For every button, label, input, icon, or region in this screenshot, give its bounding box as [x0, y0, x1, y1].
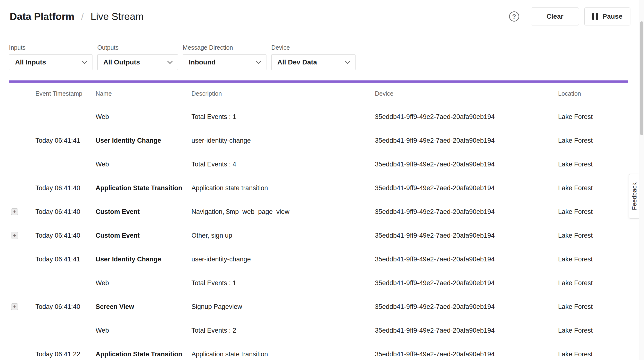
expand-cell: +: [9, 327, 36, 334]
event-device-cell: 35eddb41-9ff9-49e2-7aed-20afa90eb194: [375, 161, 558, 168]
table-header-row: Event Timestamp Name Description Device …: [9, 83, 628, 105]
event-timestamp-cell: Today 06:41:40: [36, 232, 96, 239]
column-header-description: Description: [192, 90, 375, 97]
table-row[interactable]: + Today 06:41:22 Application State Trans…: [9, 342, 628, 360]
event-timestamp-cell: Today 06:41:40: [36, 184, 96, 192]
event-location-cell: Lake Forest: [558, 232, 619, 239]
event-location-cell: Lake Forest: [558, 279, 619, 287]
scrollbar-thumb[interactable]: [640, 21, 643, 135]
expand-row-button[interactable]: +: [11, 303, 18, 310]
table-row[interactable]: + Today 06:41:40 Custom Event Navigation…: [9, 200, 628, 224]
pause-button-label: Pause: [602, 12, 623, 20]
column-header-location: Location: [558, 90, 619, 97]
event-location-cell: Lake Forest: [558, 184, 619, 192]
event-location-cell: Lake Forest: [558, 208, 619, 216]
column-header-event-timestamp: Event Timestamp: [36, 90, 96, 97]
pause-button[interactable]: Pause: [584, 7, 630, 25]
table-row[interactable]: + Today 06:41:41 User Identity Change us…: [9, 247, 628, 271]
event-description-cell: Total Events : 1: [192, 113, 375, 121]
event-name-cell: Screen View: [96, 303, 192, 311]
device-dropdown[interactable]: All Dev Data: [271, 54, 356, 70]
expand-cell: +: [9, 351, 36, 358]
event-name-cell: Custom Event: [96, 232, 192, 239]
table-row[interactable]: + Web Total Events : 4 35eddb41-9ff9-49e…: [9, 152, 628, 176]
event-name-cell: User Identity Change: [96, 137, 192, 144]
event-device-cell: 35eddb41-9ff9-49e2-7aed-20afa90eb194: [375, 232, 558, 239]
expand-cell: +: [9, 280, 36, 286]
event-description-cell: Application state transition: [192, 351, 375, 358]
event-description-cell: Navigation, $mp_web_page_view: [192, 208, 375, 216]
inputs-dropdown[interactable]: All Inputs: [9, 54, 92, 70]
chevron-down-icon: [82, 59, 87, 64]
table-row[interactable]: + Today 06:41:40 Custom Event Other, sig…: [9, 224, 628, 247]
event-location-cell: Lake Forest: [558, 303, 619, 311]
clear-button[interactable]: Clear: [531, 7, 579, 25]
event-description-cell: user-identity-change: [192, 137, 375, 144]
expand-cell: +: [9, 161, 36, 168]
filter-outputs: Outputs All Outputs: [97, 44, 178, 70]
filter-message-direction-label: Message Direction: [183, 44, 266, 51]
event-device-cell: 35eddb41-9ff9-49e2-7aed-20afa90eb194: [375, 303, 558, 311]
table-row[interactable]: + Web Total Events : 1 35eddb41-9ff9-49e…: [9, 271, 628, 295]
event-device-cell: 35eddb41-9ff9-49e2-7aed-20afa90eb194: [375, 137, 558, 144]
event-name-cell: Application State Transition: [96, 184, 192, 192]
breadcrumb-separator: /: [81, 11, 84, 22]
event-description-cell: Signup Pageview: [192, 303, 375, 311]
table-row[interactable]: + Today 06:41:40 Application State Trans…: [9, 176, 628, 200]
chevron-down-icon: [345, 59, 350, 64]
event-description-cell: Total Events : 4: [192, 161, 375, 168]
event-timestamp-cell: Today 06:41:41: [36, 256, 96, 263]
expand-cell: +: [9, 232, 36, 239]
event-name-cell: Application State Transition: [96, 351, 192, 358]
expand-row-button[interactable]: +: [11, 208, 18, 215]
table-row[interactable]: + Today 06:41:40 Screen View Signup Page…: [9, 295, 628, 319]
expand-cell: +: [9, 256, 36, 263]
expand-cell: +: [9, 137, 36, 144]
filter-message-direction: Message Direction Inbound: [183, 44, 266, 70]
event-location-cell: Lake Forest: [558, 161, 619, 168]
filter-bar: Inputs All Inputs Outputs All Outputs Me…: [0, 33, 644, 70]
message-direction-dropdown-value: Inbound: [189, 58, 216, 66]
outputs-dropdown[interactable]: All Outputs: [97, 54, 178, 70]
inputs-dropdown-value: All Inputs: [15, 58, 46, 66]
expand-cell: +: [9, 184, 36, 191]
event-name-cell: Web: [96, 113, 192, 121]
expand-row-button[interactable]: +: [11, 232, 18, 239]
expand-cell: +: [9, 208, 36, 215]
event-name-cell: Web: [96, 161, 192, 168]
expand-cell: +: [9, 303, 36, 310]
event-location-cell: Lake Forest: [558, 351, 619, 358]
filter-inputs: Inputs All Inputs: [9, 44, 92, 70]
event-timestamp-cell: Today 06:41:22: [36, 351, 96, 358]
filter-outputs-label: Outputs: [97, 44, 178, 51]
chevron-down-icon: [256, 59, 261, 64]
event-name-cell: Web: [96, 279, 192, 287]
event-description-cell: Total Events : 1: [192, 279, 375, 287]
table-row[interactable]: + Today 06:41:41 User Identity Change us…: [9, 129, 628, 152]
chevron-down-icon: [168, 59, 172, 64]
event-name-cell: Custom Event: [96, 208, 192, 216]
feedback-tab[interactable]: Feedback: [629, 174, 640, 218]
accent-divider: [9, 80, 628, 83]
page-header: Data Platform / Live Stream ? Clear Paus…: [0, 0, 644, 33]
column-header-device: Device: [375, 90, 558, 97]
filter-device: Device All Dev Data: [271, 44, 356, 70]
event-location-cell: Lake Forest: [558, 256, 619, 263]
table-row[interactable]: + Web Total Events : 1 35eddb41-9ff9-49e…: [9, 105, 628, 129]
event-description-cell: user-identity-change: [192, 256, 375, 263]
table-row[interactable]: + Web Total Events : 2 35eddb41-9ff9-49e…: [9, 319, 628, 342]
event-description-cell: Application state transition: [192, 184, 375, 192]
event-timestamp-cell: Today 06:41:41: [36, 137, 96, 144]
live-stream-table: Event Timestamp Name Description Device …: [9, 83, 628, 360]
page-title: Live Stream: [90, 11, 144, 22]
pause-icon: [592, 13, 598, 20]
scrollbar-track[interactable]: [639, 0, 644, 360]
message-direction-dropdown[interactable]: Inbound: [183, 54, 266, 70]
event-description-cell: Total Events : 2: [192, 327, 375, 334]
help-icon[interactable]: ?: [509, 11, 519, 21]
event-name-cell: Web: [96, 327, 192, 334]
header-controls: ? Clear Pause: [509, 7, 630, 25]
feedback-tab-label: Feedback: [631, 182, 638, 210]
event-timestamp-cell: Today 06:41:40: [36, 208, 96, 216]
breadcrumb-section[interactable]: Data Platform: [10, 11, 74, 22]
